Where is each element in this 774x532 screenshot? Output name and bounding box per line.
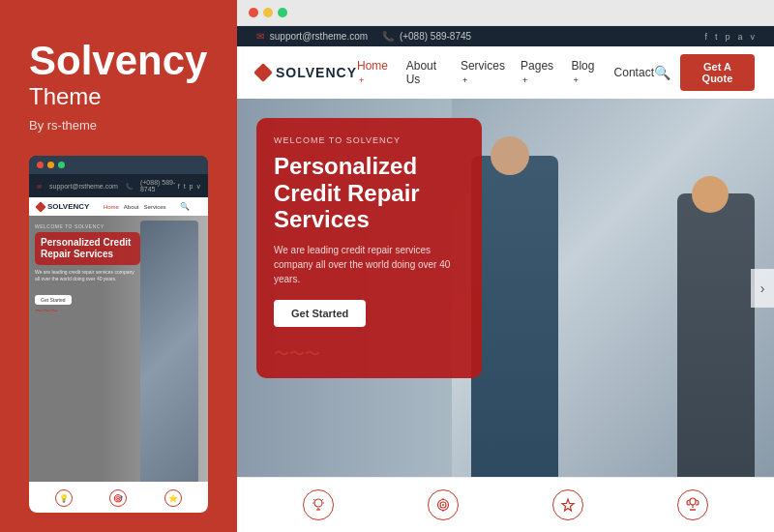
mini-nav-about: About — [124, 204, 139, 210]
quote-button[interactable]: Get A Quote — [680, 54, 755, 91]
mini-hero-content: WELCOME TO SOLVENCY Personalized Credit … — [35, 223, 140, 316]
mini-dot-red — [37, 162, 44, 168]
hero-section: WELCOME TO SOLVENCY Personalized Credit … — [237, 99, 774, 477]
brand-subtitle: Theme — [29, 83, 208, 110]
browser-titlebar — [237, 0, 774, 26]
mini-grid-icon: ⊞ — [194, 202, 200, 211]
nav-home[interactable]: Home + — [357, 59, 391, 86]
svg-point-0 — [314, 499, 322, 507]
svg-marker-12 — [562, 499, 574, 511]
person-right-silhouette — [677, 193, 755, 477]
bottom-icons-row — [237, 477, 774, 532]
nav-blog-arrow: + — [573, 75, 578, 85]
main-navbar: SOLVENCY Home + About Us Services + Page… — [237, 46, 774, 99]
info-bar-left: ✉ support@rstheme.com 📞 (+088) 589-8745 — [256, 31, 471, 42]
mini-hero-heading: Personalized Credit Repair Services — [35, 232, 140, 265]
bottom-icon-trophy — [677, 489, 708, 520]
mini-tw-icon: t — [184, 183, 186, 190]
an-icon[interactable]: a — [737, 32, 742, 42]
mini-phone: (+088) 589-8745 — [140, 179, 178, 192]
mini-icon-bulb: 💡 — [55, 489, 73, 507]
mini-email: support@rstheme.com — [49, 183, 118, 190]
navbar-logo[interactable]: SOLVENCY — [256, 65, 357, 80]
mini-email-icon: ✉ — [37, 183, 42, 190]
mini-topbar: ✉ support@rstheme.com 📞 (+088) 589-8745 … — [29, 174, 208, 197]
left-panel: Solvency Theme By rs-theme ✉ support@rst… — [0, 0, 237, 532]
mini-nav-services: Services — [144, 204, 166, 210]
mini-logo: SOLVENCY — [37, 202, 89, 211]
hero-welcome-label: WELCOME TO SOLVENCY — [274, 135, 464, 145]
brand-title: Solvency — [29, 39, 208, 83]
nav-contact[interactable]: Contact — [614, 66, 654, 79]
nav-home-label: Home — [357, 59, 388, 73]
pt-icon[interactable]: p — [725, 32, 729, 42]
hero-description: We are leading credit repair services co… — [274, 243, 464, 286]
hero-person-background — [452, 99, 774, 477]
nav-services-arrow: + — [462, 75, 467, 85]
svg-line-3 — [313, 499, 314, 500]
mini-icon-star: ⭐ — [164, 489, 182, 507]
mini-logo-text: SOLVENCY — [47, 202, 89, 211]
mini-titlebar — [29, 156, 208, 174]
browser-dot-red — [249, 8, 258, 17]
mini-fb-icon: f — [178, 183, 180, 190]
mini-get-started-btn[interactable]: Get Started — [35, 295, 72, 305]
hero-wave-decoration: 〜〜〜 — [274, 344, 464, 365]
mini-hero-desc: We are leading credit repair services co… — [35, 269, 140, 282]
navbar-actions: 🔍 Get A Quote — [654, 54, 755, 91]
nav-blog[interactable]: Blog + — [571, 59, 598, 86]
topbar-phone: (+088) 589-8745 — [400, 31, 471, 42]
bottom-icon-1 — [303, 489, 334, 520]
hero-heading: Personalized Credit Repair Services — [274, 153, 464, 233]
mini-nav-icons: 🔍 ⊞ — [180, 202, 200, 211]
nav-services-label: Services — [461, 59, 505, 73]
browser-dot-yellow — [263, 8, 273, 17]
website-preview: ✉ support@rstheme.com 📞 (+088) 589-8745 … — [237, 26, 774, 532]
bottom-icon-star — [552, 489, 583, 520]
hero-content-box: WELCOME TO SOLVENCY Personalized Credit … — [256, 118, 482, 378]
hero-get-started-button[interactable]: Get Started — [274, 300, 366, 327]
fb-icon[interactable]: f — [704, 32, 707, 42]
hero-next-arrow[interactable]: › — [751, 269, 774, 308]
mini-footer-icon-2: 🎯 — [109, 489, 127, 507]
nav-home-arrow: + — [359, 75, 364, 85]
mini-footer-icons: 💡 🎯 ⭐ — [29, 482, 208, 513]
mini-hero-section: WELCOME TO SOLVENCY Personalized Credit … — [29, 216, 208, 482]
browser-dot-green — [278, 8, 287, 17]
search-icon[interactable]: 🔍 — [654, 65, 670, 80]
bottom-icon-3 — [552, 489, 583, 520]
bottom-icon-bulb — [303, 489, 334, 520]
navbar-links: Home + About Us Services + Pages + Blog … — [357, 59, 654, 86]
mini-vk-icon: v — [197, 183, 201, 190]
mini-nav-links: Home About Services — [104, 204, 166, 210]
mini-social-icons: f t p v — [178, 183, 200, 190]
bottom-icon-target — [428, 489, 459, 520]
nav-pages-arrow: + — [522, 75, 527, 85]
svg-line-5 — [322, 499, 323, 500]
nav-services[interactable]: Services + — [461, 59, 505, 86]
phone-icon: 📞 — [382, 31, 394, 42]
topbar-email: support@rstheme.com — [270, 31, 368, 42]
svg-rect-13 — [690, 498, 696, 505]
tw-icon[interactable]: t — [715, 32, 718, 42]
nav-pages[interactable]: Pages + — [521, 59, 555, 86]
mini-dot-yellow — [47, 162, 54, 168]
mini-phone-icon: 📞 — [126, 183, 133, 190]
mini-dot-green — [58, 162, 65, 168]
info-bar: ✉ support@rstheme.com 📞 (+088) 589-8745 … — [237, 26, 774, 46]
mini-navbar: SOLVENCY Home About Services 🔍 ⊞ — [29, 197, 208, 216]
mini-welcome: WELCOME TO SOLVENCY — [35, 223, 140, 229]
svg-point-9 — [442, 504, 444, 506]
mini-pt-icon: p — [190, 183, 194, 190]
social-icons-bar: f t p a v — [704, 32, 755, 42]
right-panel: ✉ support@rstheme.com 📞 (+088) 589-8745 … — [237, 0, 774, 532]
email-icon: ✉ — [256, 31, 264, 42]
mini-icon-target: 🎯 — [109, 489, 127, 507]
logo-diamond-icon — [253, 63, 273, 82]
nav-about-label: About Us — [406, 59, 436, 86]
nav-about[interactable]: About Us — [406, 59, 445, 86]
brand-by: By rs-theme — [29, 118, 208, 133]
mini-footer-icon-1: 💡 — [55, 489, 73, 507]
vk-icon[interactable]: v — [751, 32, 756, 42]
mini-nav-home: Home — [104, 204, 119, 210]
